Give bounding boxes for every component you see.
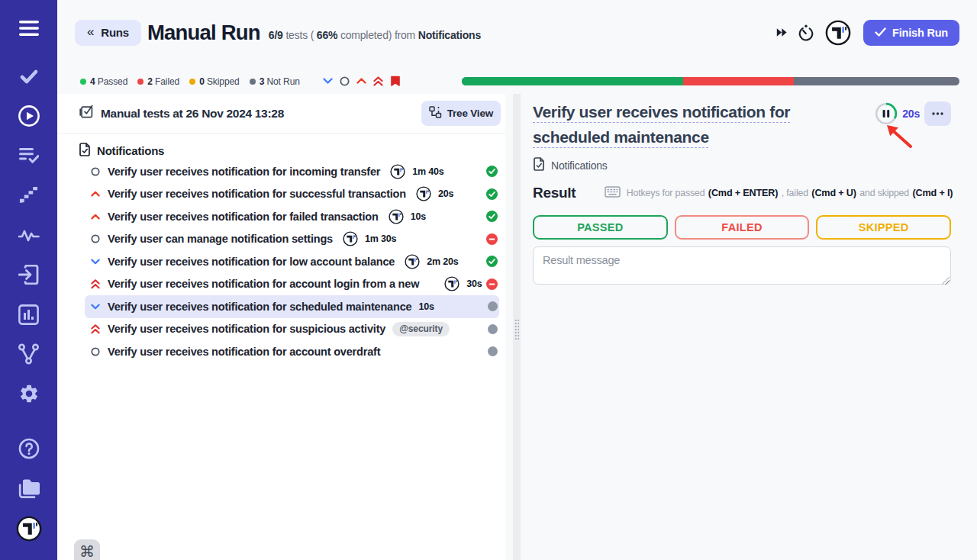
priority-highest-icon: [90, 279, 100, 289]
test-row[interactable]: Verify user receives notification for in…: [85, 160, 499, 183]
priority-low-icon: [90, 304, 100, 310]
test-duration: 20s: [438, 188, 453, 199]
priority-normal-icon: [90, 347, 100, 356]
result-heading: Result: [533, 185, 576, 201]
status-bar: 4 Passed2 Failed0 Skipped3 Not Run: [57, 65, 977, 94]
status-notrun-icon: [488, 301, 498, 311]
status-dot: [80, 79, 86, 85]
priority-normal-icon: [90, 167, 100, 176]
expand-dropdown-icon[interactable]: [323, 72, 333, 89]
priority-normal-icon: [90, 234, 100, 243]
test-title: Verify user receives notification for su…: [108, 323, 385, 335]
status-dot: [137, 79, 143, 85]
test-row[interactable]: Verify user receives notification for lo…: [85, 250, 499, 273]
priority-highest-filter-icon[interactable]: [373, 72, 383, 89]
result-message-input[interactable]: [533, 246, 951, 285]
double-chevron-left-icon: «: [87, 24, 94, 40]
priority-highest-icon: [90, 324, 100, 334]
test-duration: 1m 30s: [365, 233, 396, 244]
pulse-nav-icon[interactable]: [0, 215, 57, 255]
test-title: Verify user receives notification for lo…: [108, 256, 395, 268]
command-icon: ⌘: [79, 542, 95, 560]
count-not-run: 3 Not Run: [250, 76, 300, 87]
status-failed-icon: [486, 233, 498, 245]
priority-high-filter-icon[interactable]: [356, 72, 366, 89]
back-to-runs-button[interactable]: « Runs: [75, 20, 141, 46]
test-list-panel: Manual tests at 26 Nov 2024 13:28 Tree V…: [57, 94, 505, 560]
result-row: Result Hotkeys for passed (Cmd + ENTER) …: [533, 185, 951, 201]
verdict-buttons: PASSED FAILED SKIPPED: [533, 215, 951, 240]
checks-nav-icon[interactable]: [0, 56, 57, 96]
count-skipped: 0 Skipped: [189, 76, 239, 87]
timer-history-button[interactable]: [798, 24, 814, 41]
projects-nav-icon[interactable]: [0, 468, 57, 508]
status-passed-icon: [486, 166, 498, 177]
passed-button[interactable]: PASSED: [533, 215, 668, 240]
menu-button[interactable]: [0, 0, 57, 56]
suite-group-header[interactable]: Notifications: [57, 140, 505, 160]
more-options-button[interactable]: [924, 101, 951, 126]
priority-high-icon: [90, 191, 100, 197]
test-row[interactable]: Verify user receives notification for ac…: [85, 340, 499, 363]
steps-nav-icon[interactable]: [0, 175, 57, 215]
requirements-nav-icon[interactable]: [0, 255, 57, 294]
status-counts: 4 Passed2 Failed0 Skipped3 Not Run: [80, 73, 300, 90]
progress-passed-segment: [462, 77, 683, 85]
finish-run-button[interactable]: Finish Run: [863, 20, 959, 46]
check-icon: [875, 27, 886, 39]
test-duration: 1m 40s: [412, 166, 443, 177]
runs-nav-icon[interactable]: [0, 96, 57, 136]
detail-test-title[interactable]: Verify user receives notification for sc…: [533, 99, 838, 150]
detail-suite-crumb[interactable]: Notifications: [533, 157, 951, 173]
panel-divider: [505, 94, 521, 560]
brand-logo: [0, 514, 57, 543]
count-passed: 4 Passed: [80, 76, 127, 87]
count-failed: 2 Failed: [137, 76, 179, 87]
pause-timer-button[interactable]: [875, 102, 898, 125]
detail-title-row: Verify user receives notification for sc…: [533, 94, 951, 150]
failed-button[interactable]: FAILED: [675, 215, 810, 240]
test-row[interactable]: Verify user receives notification for su…: [85, 318, 499, 341]
annotation-arrow: [884, 124, 914, 152]
test-title: Verify user receives notification for ac…: [108, 346, 380, 358]
keyboard-shortcuts-button[interactable]: ⌘: [74, 539, 100, 560]
tree-view-button[interactable]: Tree View: [421, 101, 501, 126]
back-to-runs-label: Runs: [101, 26, 129, 39]
automation-logo-icon: [343, 231, 358, 246]
test-duration: 30s: [466, 278, 482, 289]
automation-logo-icon: [444, 276, 459, 291]
test-row[interactable]: Verify user can manage notification sett…: [85, 228, 499, 251]
test-title: Verify user receives notification for ac…: [108, 278, 419, 290]
bookmark-filter-icon[interactable]: [390, 72, 400, 89]
status-dot: [189, 79, 195, 85]
test-detail-panel: Verify user receives notification for sc…: [521, 94, 977, 560]
page-title: Manual Run: [147, 21, 260, 45]
status-notrun-icon: [488, 324, 498, 334]
test-row[interactable]: Verify user receives notification for fa…: [85, 205, 499, 228]
priority-normal-filter-icon[interactable]: [340, 72, 350, 89]
status-failed-icon: [486, 278, 498, 290]
run-progress-summary: 6/9 tests ( 66% completed) from Notifica…: [269, 29, 481, 41]
test-tag-badge[interactable]: @security: [392, 322, 450, 336]
test-plans-nav-icon[interactable]: [0, 136, 57, 175]
priority-high-icon: [90, 214, 100, 220]
tree-icon: [429, 106, 442, 121]
fast-forward-button[interactable]: [776, 27, 787, 37]
test-row-selected[interactable]: Verify user receives notification for sc…: [85, 295, 499, 318]
status-passed-icon: [486, 188, 498, 200]
test-duration: 10s: [411, 211, 426, 222]
percent-complete: 66%: [317, 29, 337, 41]
timer-value: 20s: [902, 108, 920, 120]
test-list: Notifications Verify user receives notif…: [57, 134, 505, 363]
main-area: « Runs Manual Run 6/9 tests ( 66% comple…: [57, 0, 977, 560]
divider-drag-handle[interactable]: [514, 319, 520, 340]
test-row[interactable]: Verify user receives notification for su…: [85, 183, 499, 206]
status-passed-icon: [486, 211, 498, 222]
analytics-nav-icon[interactable]: [0, 294, 57, 334]
skipped-button[interactable]: SKIPPED: [816, 215, 951, 240]
file-check-icon: [533, 157, 545, 173]
test-row[interactable]: Verify user receives notification for ac…: [85, 273, 499, 296]
branches-nav-icon[interactable]: [0, 334, 57, 374]
help-nav-icon[interactable]: [0, 429, 57, 468]
settings-nav-icon[interactable]: [0, 374, 57, 414]
